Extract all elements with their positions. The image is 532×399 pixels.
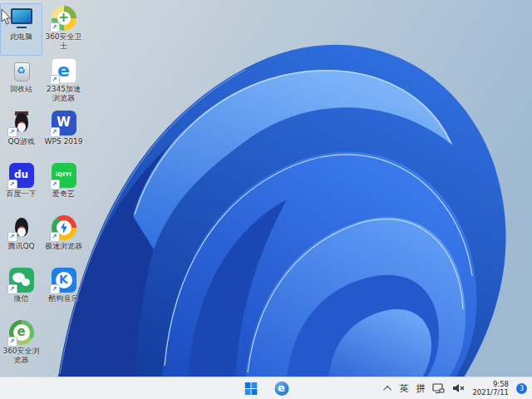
monitor-icon	[9, 6, 34, 31]
desktop-icon-label: 极速浏览器	[45, 242, 82, 251]
desktop-icon-label: 此电脑	[10, 32, 32, 42]
shortcut-arrow-icon	[7, 232, 17, 242]
desktop-icon-tencent-qq[interactable]: 腾讯QQ	[0, 213, 42, 265]
desktop-icon-iqiyi[interactable]: 爱奇艺	[42, 160, 85, 213]
hidden-icons-chevron[interactable]	[386, 386, 392, 392]
speaker-muted-icon	[452, 383, 465, 393]
mouse-cursor	[1, 9, 12, 26]
windows-11-desktop: 此电脑 360安全卫士 回收站 2345加速浏览器	[0, 0, 532, 399]
shortcut-arrow-icon	[7, 284, 17, 294]
desktop-icon-360-secure-browser[interactable]: 360安全浏览器	[0, 318, 42, 370]
shortcut-arrow-icon	[7, 337, 17, 347]
shortcut-arrow-icon	[50, 22, 60, 32]
desktop-icon-kugou-music[interactable]: 酷狗音乐	[42, 265, 85, 318]
clock[interactable]: 9:58 2021/7/11	[472, 380, 509, 397]
desktop-icon-label: 百度一下	[7, 190, 37, 199]
desktop-icon-recycle-bin[interactable]: 回收站	[0, 56, 42, 108]
start-button[interactable]	[241, 379, 261, 397]
shortcut-arrow-icon	[7, 127, 17, 137]
shortcut-arrow-icon	[50, 127, 60, 137]
desktop-icon-grid: 此电脑 360安全卫士 回收站 2345加速浏览器	[0, 3, 85, 370]
desktop-icon-360-safe-guard[interactable]: 360安全卫士	[42, 3, 85, 56]
desktop-icon-qq-games[interactable]: QQ游戏	[0, 108, 42, 160]
desktop-icon-label: 酷狗音乐	[49, 294, 79, 303]
network-tray-button[interactable]	[432, 383, 445, 394]
taskbar: 英 拼 9:58 2021/7/11 3	[0, 377, 532, 399]
desktop-icon-speed-browser[interactable]: 极速浏览器	[42, 213, 85, 265]
desktop-icon-wps-2019[interactable]: WPS 2019	[42, 108, 85, 160]
desktop-icon-label: 腾讯QQ	[7, 242, 34, 251]
shortcut-arrow-icon	[7, 180, 17, 190]
desktop-icon-label: 360安全卫士	[43, 32, 84, 50]
desktop-icon-2345-browser[interactable]: 2345加速浏览器	[42, 56, 85, 108]
windows-logo-icon	[244, 382, 257, 395]
desktop-icon-label: QQ游戏	[7, 137, 34, 146]
volume-tray-button[interactable]	[452, 383, 465, 393]
desktop-icon-wechat[interactable]: 微信	[0, 265, 42, 318]
desktop-icon-label: 2345加速浏览器	[43, 85, 84, 102]
ethernet-monitor-icon	[432, 383, 445, 394]
desktop-icon-label: 360安全浏览器	[1, 347, 42, 364]
desktop-icon-baidu[interactable]: 百度一下	[0, 160, 42, 213]
blue-e-browser-icon	[274, 382, 288, 396]
desktop-icon-label: 微信	[14, 294, 29, 303]
clock-time: 9:58	[472, 380, 509, 388]
desktop-icon-label: 回收站	[10, 85, 32, 94]
shortcut-arrow-icon	[50, 75, 60, 85]
notification-badge[interactable]: 3	[516, 383, 527, 394]
shortcut-arrow-icon	[50, 232, 60, 242]
recycle-bin-icon	[9, 58, 34, 83]
ime-pinyin-indicator[interactable]: 拼	[416, 382, 425, 395]
shortcut-arrow-icon	[50, 284, 60, 294]
ime-language-indicator[interactable]: 英	[399, 382, 408, 395]
browser-taskbar-button[interactable]	[272, 379, 292, 397]
shortcut-arrow-icon	[50, 180, 60, 190]
desktop-icon-label: 爱奇艺	[52, 190, 75, 199]
chevron-up-icon	[384, 385, 392, 393]
desktop-icon-label: WPS 2019	[45, 137, 83, 146]
clock-date: 2021/7/11	[472, 388, 509, 397]
